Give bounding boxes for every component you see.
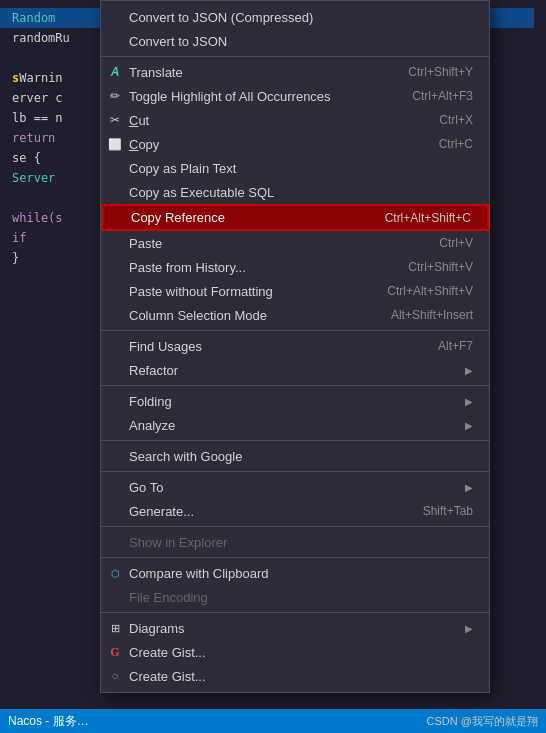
separator-1 xyxy=(101,56,489,57)
cut-icon: ✂ xyxy=(107,113,123,127)
translate-icon: A xyxy=(107,65,123,79)
menu-item-create-gist-1[interactable]: G Create Gist... xyxy=(101,640,489,664)
menu-item-cut[interactable]: ✂ Cut Ctrl+X xyxy=(101,108,489,132)
menu-item-generate[interactable]: Generate... Shift+Tab xyxy=(101,499,489,523)
menu-item-convert-json[interactable]: Convert to JSON xyxy=(101,29,489,53)
menu-item-diagrams[interactable]: ⊞ Diagrams xyxy=(101,616,489,640)
diagrams-icon: ⊞ xyxy=(107,622,123,635)
compare-icon: ⬡ xyxy=(107,568,123,579)
menu-item-file-encoding: File Encoding xyxy=(101,585,489,609)
menu-item-copy-sql[interactable]: Copy as Executable SQL xyxy=(101,180,489,204)
bottom-bar: Nacos - 服务… CSDN @我写的就是翔 xyxy=(0,709,546,733)
menu-item-toggle-highlight[interactable]: ✏ Toggle Highlight of All Occurrences Ct… xyxy=(101,84,489,108)
menu-item-folding[interactable]: Folding xyxy=(101,389,489,413)
gist-circle-icon: ○ xyxy=(107,669,123,683)
bottom-bar-left: Nacos - 服务… xyxy=(8,713,427,730)
menu-item-refactor[interactable]: Refactor xyxy=(101,358,489,382)
menu-item-search-google[interactable]: Search with Google xyxy=(101,444,489,468)
separator-3 xyxy=(101,385,489,386)
bottom-bar-right: CSDN @我写的就是翔 xyxy=(427,714,538,729)
menu-item-column-selection[interactable]: Column Selection Mode Alt+Shift+Insert xyxy=(101,303,489,327)
separator-5 xyxy=(101,471,489,472)
copy-icon: ⬜ xyxy=(107,138,123,151)
menu-item-copy-plain[interactable]: Copy as Plain Text xyxy=(101,156,489,180)
menu-item-paste-no-format[interactable]: Paste without Formatting Ctrl+Alt+Shift+… xyxy=(101,279,489,303)
menu-item-convert-json-compressed[interactable]: Convert to JSON (Compressed) xyxy=(101,5,489,29)
menu-item-show-explorer: Show in Explorer xyxy=(101,530,489,554)
highlight-icon: ✏ xyxy=(107,89,123,103)
menu-item-go-to[interactable]: Go To xyxy=(101,475,489,499)
separator-8 xyxy=(101,612,489,613)
separator-4 xyxy=(101,440,489,441)
menu-item-compare-clipboard[interactable]: ⬡ Compare with Clipboard xyxy=(101,561,489,585)
menu-item-analyze[interactable]: Analyze xyxy=(101,413,489,437)
gist-g-icon: G xyxy=(107,645,123,660)
menu-item-translate[interactable]: A Translate Ctrl+Shift+Y xyxy=(101,60,489,84)
separator-7 xyxy=(101,557,489,558)
menu-item-find-usages[interactable]: Find Usages Alt+F7 xyxy=(101,334,489,358)
menu-item-paste[interactable]: Paste Ctrl+V xyxy=(101,231,489,255)
separator-6 xyxy=(101,526,489,527)
menu-item-copy[interactable]: ⬜ Copy Ctrl+C xyxy=(101,132,489,156)
separator-2 xyxy=(101,330,489,331)
context-menu: Convert to JSON (Compressed) Convert to … xyxy=(100,0,490,693)
menu-item-paste-history[interactable]: Paste from History... Ctrl+Shift+V xyxy=(101,255,489,279)
menu-item-copy-reference[interactable]: Copy Reference Ctrl+Alt+Shift+C xyxy=(101,204,489,231)
menu-item-create-gist-2[interactable]: ○ Create Gist... xyxy=(101,664,489,688)
